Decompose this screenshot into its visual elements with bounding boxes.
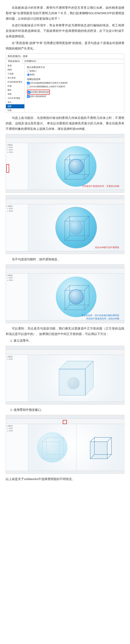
- sw-statusbar: [6, 190, 124, 192]
- sw-menubar: [6, 134, 124, 138]
- side-item[interactable]: 几何关系/捕捉: [6, 96, 24, 100]
- side-item[interactable]: MBD: [6, 68, 24, 72]
- outer-sphere[interactable]: [56, 146, 96, 187]
- sw-canvas[interactable]: [28, 355, 124, 402]
- intro-p1: 在装配体设计的世界里，透明与不透明零件的交互常常让我们头疼。如何精准选择那些"躲…: [6, 5, 124, 21]
- inner-sphere-highlighted[interactable]: [69, 159, 83, 174]
- p6: 可以看到，无论是否勾选该功能，我们都无法直接选中正方形的面（正方形的边线和顶点是…: [6, 326, 124, 336]
- glass-cube[interactable]: [59, 361, 93, 396]
- dialog-title: 系统选项(S) - 选择: [6, 54, 124, 59]
- check-wireframe[interactable]: 允许在线架图及隐藏线可见模式下选择(W): [27, 81, 122, 85]
- figure-system-options: 系统选项(S) - 选择 系统选项(S) 文档属性(D) 普通 MBD 工程图 …: [6, 54, 124, 112]
- cube-preview[interactable]: [86, 433, 114, 462]
- sw-canvas[interactable]: [28, 143, 124, 190]
- inner-sphere[interactable]: [69, 220, 83, 235]
- sw-canvas[interactable]: [28, 204, 124, 251]
- p5: 当不勾选该功能时，操作逻辑相反。: [6, 256, 124, 262]
- inner-sphere[interactable]: [67, 377, 80, 389]
- intro-p3: 在"系统选项-选择"中有"启用通过透明度选择"的按钮。是否勾选这个选项会对选择透…: [6, 40, 124, 51]
- side-item[interactable]: 显示: [6, 100, 24, 104]
- sw-ribbon: [6, 138, 124, 143]
- figure-sw-2: ▸ 装配体 ▸ 零件1 ▸ 零件2 按住shift键可选中透明面: [6, 195, 124, 254]
- p4: 勾选上改功能后，当您将指针移动到透明几何体后面的不透明几何体上时，不透明的面、边…: [6, 115, 124, 132]
- side-item[interactable]: 普通: [6, 64, 24, 68]
- radio-box[interactable]: 框(B): [27, 73, 122, 76]
- inner-sphere[interactable]: [69, 290, 83, 304]
- caption-3a: 直接按选择，选中的是最外围的透明面: [81, 314, 119, 317]
- figure-sw-3: ▸ 装配体 ▸ 零件1 ▸ 零件2 直接按选择，选中的是最外围的透明面 并想选中…: [6, 264, 124, 323]
- check-small-face[interactable]: 提高小面选择精度: [27, 94, 122, 98]
- check-hlr[interactable]: 允许在消除隐藏线及上色模式下选择(H): [27, 85, 122, 88]
- side-item[interactable]: 显示类型: [6, 76, 24, 80]
- side-item-selected[interactable]: 选择: [6, 104, 24, 108]
- side-item[interactable]: 草图: [6, 92, 24, 96]
- list-item-1: 1. 孤立该零件。: [6, 338, 124, 343]
- group-hidden-edge: 隐藏边线选择: [27, 78, 122, 81]
- outer-sphere-selected[interactable]: [56, 207, 96, 248]
- side-item[interactable]: 区域剖面线/填充: [6, 80, 24, 84]
- figure-sw-5: ▸ 装配体 ▸ 零件1 ▸ 零件2: [6, 415, 124, 474]
- check-transparency-select[interactable]: 启用通过透明度选择: [28, 90, 49, 94]
- highlighted-option: 启用通过透明度选择: [27, 90, 50, 94]
- side-item[interactable]: 工程图: [6, 72, 24, 76]
- dialog-main: 默认批量选择方法 套索(L) 框(B) 隐藏边线选择 允许在线架图及隐藏线可见模…: [25, 64, 124, 112]
- red-highlight-toolbar: [63, 420, 67, 424]
- main-view[interactable]: [28, 424, 76, 471]
- figure-sw-4: ▸ 装配体 ▸ 零件1: [6, 346, 124, 404]
- outer-sphere[interactable]: [56, 276, 96, 317]
- intro-p2: 在进行装配体设计环境中，常会有将零件设为透明状态进行编辑的情况。有工程师反馈操作…: [6, 22, 124, 39]
- tab-doc-props[interactable]: 文档属性(D): [22, 59, 38, 64]
- radio-lasso[interactable]: 套索(L): [27, 69, 122, 73]
- p7: 以上就是关于solidworks中选择透明面的不同情况。: [6, 476, 124, 482]
- side-item[interactable]: 性能: [6, 108, 24, 112]
- red-highlight-box: [6, 164, 9, 173]
- group-bulk-select: 默认批量选择方法: [27, 66, 122, 69]
- outer-sphere-dim[interactable]: [37, 432, 67, 462]
- caption-1: 可直接选中最里面的球，无需按shift键: [82, 185, 119, 188]
- sw-tree-panel: ▸ 装配体 ▸ 零件1 ▸ 零件2 ▸ 零件3: [6, 143, 28, 192]
- side-item[interactable]: 颜色: [6, 88, 24, 92]
- tab-system-options[interactable]: 系统选项(S): [6, 59, 22, 64]
- caption-2: 按住shift键可选中透明面: [95, 246, 119, 249]
- side-item[interactable]: 性能: [6, 84, 24, 88]
- dialog-sidebar: 普通 MBD 工程图 显示类型 区域剖面线/填充 性能 颜色 草图 几何关系/捕…: [6, 64, 25, 112]
- figure-sw-1: ▸ 装配体 ▸ 零件1 ▸ 零件2 ▸ 零件3 可直接选中最里面的球，无需按sh…: [6, 134, 124, 193]
- list-item-2: 1. 使用零部件预览窗口。: [6, 407, 124, 412]
- preview-window[interactable]: [76, 424, 124, 471]
- sw-canvas[interactable]: [28, 274, 124, 320]
- caption-3b: 并想选中最里面的球，按住shift键: [86, 317, 119, 320]
